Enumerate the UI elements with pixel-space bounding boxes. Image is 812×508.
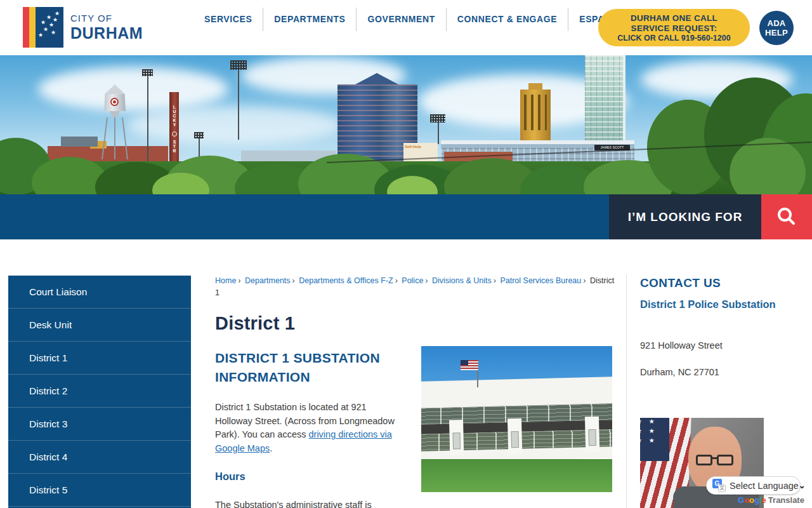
portrait-glasses-bridge [712,457,717,459]
page-content: Court Liaison Desk Unit District 1 Distr… [0,239,812,508]
portrait-flag-canton: ★ ★★ ★★ ★ [640,418,669,461]
breadcrumb-patrol-services[interactable]: Patrol Services Bureau [500,276,581,285]
hero-tower-roof [355,73,398,84]
google-letter: o [744,495,749,505]
ada-help-button[interactable]: ADA HELP [759,11,794,45]
water-tower-leg [102,117,108,159]
breadcrumb-separator: › [581,276,587,285]
portrait-glasses [696,455,735,466]
smokestack-text-lower: STR [172,138,177,154]
hero-gold-tower-cap [528,83,542,90]
sidebar-item-district-5[interactable]: District 5 [8,474,191,507]
light-pole-head [194,132,204,138]
durham-one-call-button[interactable]: DURHAM ONE CALL SERVICE REQUEST: CLICK O… [598,9,750,46]
flag-red-stripe [23,7,29,48]
google-letter: o [749,495,754,505]
logo-text: CITY OF DURHAM [70,13,143,43]
photo-door [588,429,596,446]
contact-address-street: 921 Holloway Street [640,340,723,351]
hero-skyline-photo: LUCKY STR JAMES SCOTT FARRIN Self-Help [0,55,812,194]
page-title: District 1 [215,313,295,334]
contact-us-heading: CONTACT US [640,276,721,290]
hero-lucky-strike-smokestack: LUCKY STR [169,92,179,164]
breadcrumb-departments[interactable]: Departments [245,276,291,285]
search-icon [775,205,799,229]
portrait-glasses-lens [717,455,733,465]
hero-water-tower [102,84,128,159]
ada-line2: HELP [759,28,794,37]
photo-lawn [421,459,612,492]
breadcrumb-police[interactable]: Police [402,276,423,285]
breadcrumb-divisions-units[interactable]: Divisions & Units [432,276,492,285]
one-call-line3: CLICK OR CALL 919-560-1200 [598,34,750,43]
sidebar-item-district-3[interactable]: District 3 [8,408,191,441]
translate-word: Translate [768,495,804,505]
smokestack-ring [172,131,177,137]
section-heading: DISTRICT 1 SUBSTATION INFORMATION [215,349,393,387]
nav-departments[interactable]: DEPARTMENTS [263,8,356,31]
chevron-down-icon: ⌄ [799,481,806,490]
nav-connect-engage[interactable]: CONNECT & ENGAGE [447,8,568,31]
hero-glass-tower [585,55,625,149]
intro-paragraph: District 1 Substation is located at 921 … [215,401,405,455]
breadcrumb-separator: › [492,276,498,285]
breadcrumb-separator: › [291,276,297,285]
breadcrumb: Home› Departments› Departments & Offices… [215,275,615,299]
hero-cloud [38,67,228,111]
water-tower-tank [104,94,126,111]
water-tower-cone [105,84,125,94]
water-tower-leg [122,117,128,159]
section-sidebar: Court Liaison Desk Unit District 1 Distr… [8,276,191,508]
contact-subheading: District 1 Police Substation [640,298,776,311]
photo-building [421,377,612,463]
main-nav: SERVICES DEPARTMENTS GOVERNMENT CONNECT … [193,8,635,31]
portrait-glasses-lens [696,455,712,465]
selfhelp-sign: Self-Help [403,143,438,149]
sidebar-item-court-liaison[interactable]: Court Liaison [8,276,191,309]
nav-government[interactable]: GOVERNMENT [357,8,445,31]
hours-paragraph: The Substation's administrative staff is [215,498,405,508]
search-button[interactable] [761,194,812,239]
city-of-durham-logo[interactable]: ★ ★ ★ ★ ★ ★ ★ ★ CITY OF DURHAM [23,7,143,48]
nav-services[interactable]: SERVICES [193,8,263,31]
breadcrumb-departments-offices[interactable]: Departments & Offices F-Z [299,276,393,285]
water-tower-base [110,111,120,117]
hero-building [61,137,98,147]
sidebar-item-district-4[interactable]: District 4 [8,441,191,474]
water-tower-leg [114,117,115,159]
one-call-line2: SERVICE REQUEST: [598,23,750,34]
breadcrumb-separator: › [423,276,429,285]
photo-door [452,432,461,449]
sidebar-item-district-1[interactable]: District 1 [8,342,191,375]
search-band: I’M LOOKING FOR [0,194,812,239]
breadcrumb-home[interactable]: Home [215,276,236,285]
substation-photo [421,346,612,492]
site-header: ★ ★ ★ ★ ★ ★ ★ ★ CITY OF DURHAM SERVICES … [0,0,812,55]
light-pole-head [430,114,445,123]
hero-cloud [127,106,343,144]
im-looking-for-menu[interactable]: I’M LOOKING FOR [609,194,761,239]
light-pole [147,73,148,162]
light-pole-head [142,69,153,76]
photo-entrance [449,420,464,456]
photo-us-flag [461,360,478,370]
sidebar-item-desk-unit[interactable]: Desk Unit [8,309,191,342]
ada-line1: ADA [759,18,794,28]
google-translate-icon: G 文 [712,479,726,492]
google-translate-dropdown[interactable]: G 文 Select Language ⌄ [706,476,801,495]
google-letter: G [738,495,744,505]
flag-yellow-stripe [29,7,36,48]
light-pole [238,67,239,140]
one-call-line1: DURHAM ONE CALL [598,13,750,23]
smokestack-text: LUCKY [172,101,177,130]
light-pole [438,119,439,144]
photo-door [511,431,519,448]
google-letter: g [754,495,759,505]
column-divider [626,274,627,508]
flag-blue-field: ★ ★ ★ ★ ★ ★ ★ ★ [36,7,63,48]
durham-flag-icon: ★ ★ ★ ★ ★ ★ ★ ★ [23,7,63,48]
breadcrumb-separator: › [236,276,242,285]
intro-text-end: . [270,443,272,453]
sidebar-item-district-2[interactable]: District 2 [8,375,191,408]
light-pole-head [230,60,247,70]
